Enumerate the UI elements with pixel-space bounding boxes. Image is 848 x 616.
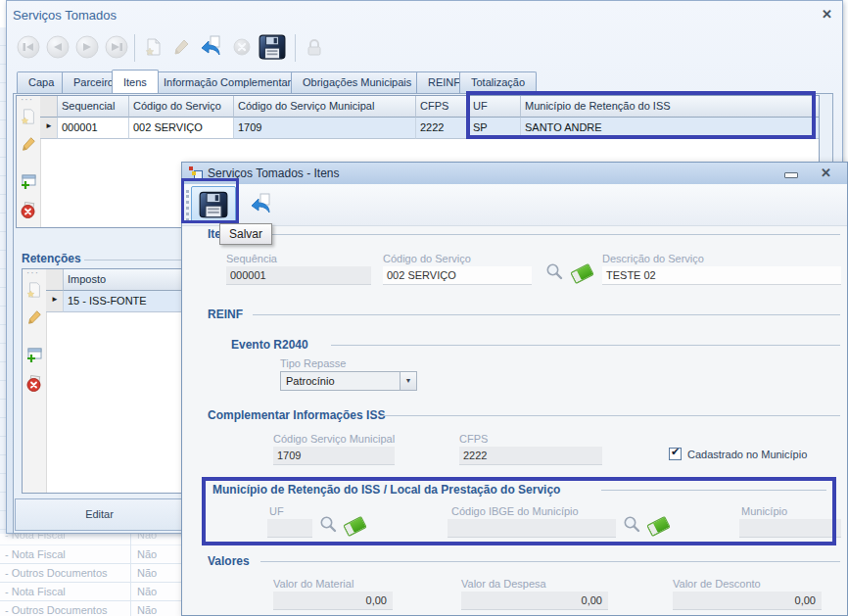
cell-codigo-servico-municipal[interactable]: 1709 <box>234 118 416 139</box>
pencil-icon <box>25 308 43 326</box>
grid-corner-cell <box>40 96 58 118</box>
insert-row-button[interactable] <box>20 172 37 190</box>
list-item[interactable]: - Nota Fiscal Não <box>0 583 184 601</box>
column-header-sequencial[interactable]: Sequencial <box>58 96 129 118</box>
nav-first-button[interactable] <box>15 32 42 62</box>
new-button[interactable] <box>140 32 167 62</box>
complementar-iss-group-label: Complementar Informações ISS <box>208 408 385 422</box>
pencil-icon <box>171 37 191 57</box>
tab-obrigacoes-municipais[interactable]: Obrigações Municipais <box>291 71 423 93</box>
cell-uf[interactable]: SP <box>469 118 521 139</box>
servicos-tomados-itens-dialog: Serviços Tomados - Itens ✕ Item Sequênci… <box>181 162 848 616</box>
undo-arrow-icon <box>248 193 273 216</box>
codigo-servico-municipal-label: Código Serviço Municipal <box>273 433 395 445</box>
dialog-save-button[interactable] <box>191 186 236 222</box>
save-button[interactable] <box>256 32 289 62</box>
delete-row-button[interactable] <box>25 375 43 393</box>
municipio-field[interactable] <box>739 519 841 538</box>
nav-last-button[interactable] <box>103 32 130 62</box>
tab-capa[interactable]: Capa <box>17 71 66 93</box>
edit-button[interactable] <box>167 32 195 62</box>
undo-button[interactable] <box>197 32 224 62</box>
column-header-cfps[interactable]: CFPS <box>416 96 469 118</box>
edit-row-button[interactable] <box>25 308 43 326</box>
codigo-ibge-field[interactable] <box>448 519 616 538</box>
tab-informacao-complementar[interactable]: Informação Complementar <box>152 71 303 93</box>
edit-row-button[interactable] <box>20 135 37 153</box>
items-grid-toolbar: ··· <box>17 96 41 227</box>
valor-material-field[interactable]: 0,00 <box>273 592 393 610</box>
lock-button[interactable] <box>301 32 328 62</box>
cell-codigo-servico[interactable]: 002 SERVIÇO <box>129 118 234 139</box>
pencil-icon <box>20 135 37 153</box>
dialog-title: Serviços Tomados - Itens <box>208 166 340 180</box>
descricao-servico-field[interactable]: TESTE 02 <box>602 266 841 285</box>
sequencia-field[interactable]: 000001 <box>226 266 371 285</box>
clear-eraser-icon[interactable] <box>570 263 594 284</box>
column-header-municipio-retencao[interactable]: Município de Retenção do ISS <box>521 96 819 118</box>
clear-eraser-icon[interactable] <box>343 516 367 537</box>
cancel-x-icon <box>232 37 252 57</box>
search-icon[interactable] <box>318 514 338 538</box>
clear-eraser-icon[interactable] <box>646 516 671 537</box>
codigo-servico-municipal-field[interactable]: 1709 <box>273 447 395 465</box>
delete-row-button[interactable] <box>20 202 37 219</box>
cancel-button[interactable] <box>228 32 256 62</box>
list-item[interactable]: - Outros Documentos Não <box>0 564 184 583</box>
list-item[interactable]: - Outros Documentos Não <box>0 601 184 616</box>
valor-despesa-field[interactable]: 0,00 <box>461 592 608 610</box>
sequencia-label: Sequência <box>226 253 277 264</box>
reinf-group-label: REINF <box>208 308 243 321</box>
close-icon[interactable]: ✕ <box>822 7 832 22</box>
add-row-button[interactable] <box>20 108 37 125</box>
save-diskette-icon <box>259 34 286 60</box>
valores-group-line <box>260 561 840 562</box>
insert-row-button[interactable] <box>25 346 43 363</box>
item-group-line <box>251 234 840 235</box>
municipio-retencao-group-label: Município de Retenção do ISS / Local da … <box>212 483 560 497</box>
tipo-repasse-combobox[interactable]: Patrocínio ▼ <box>280 371 417 391</box>
column-header-codigo-servico[interactable]: Código do Serviço <box>129 96 234 118</box>
checkbox-check-icon: ✔ <box>671 446 680 458</box>
descricao-servico-label: Descrição do Serviço <box>602 253 704 264</box>
tab-itens[interactable]: Itens <box>112 70 159 93</box>
tab-totalizacao[interactable]: Totalização <box>459 71 537 93</box>
column-header-uf[interactable]: UF <box>469 96 521 118</box>
editar-button[interactable]: Editar <box>15 498 184 531</box>
lock-icon <box>305 37 324 57</box>
add-row-button[interactable] <box>25 281 43 299</box>
delete-red-x-icon <box>25 375 43 393</box>
grid-corner-cell <box>46 269 64 291</box>
codigo-servico-field[interactable]: 002 SERVIÇO <box>383 266 532 285</box>
search-icon[interactable] <box>544 261 564 285</box>
editar-label: Editar <box>85 508 114 520</box>
cell-cfps[interactable]: 2222 <box>416 118 469 139</box>
add-window-plus-icon <box>20 172 37 190</box>
undo-arrow-icon <box>198 35 223 59</box>
cell-municipio-retencao[interactable]: SANTO ANDRE <box>521 118 819 139</box>
chevron-down-icon[interactable]: ▼ <box>400 372 416 390</box>
evento-r2040-group-label: Evento R2040 <box>231 338 308 352</box>
nav-prev-button[interactable] <box>44 32 71 62</box>
column-header-codigo-servico-municipal[interactable]: Código do Serviço Municipal <box>234 96 416 118</box>
valores-group-label: Valores <box>208 554 250 568</box>
valor-desconto-label: Valor de Desconto <box>673 578 761 590</box>
window-titlebar[interactable]: Serviços Tomados ✕ <box>7 1 842 28</box>
list-item[interactable]: - Nota Fiscal Não <box>0 534 184 545</box>
minimize-icon[interactable] <box>784 172 798 178</box>
tipo-repasse-label: Tipo Repasse <box>280 357 346 369</box>
window-title: Serviços Tomados <box>13 8 117 23</box>
uf-field[interactable] <box>267 519 312 538</box>
search-icon[interactable] <box>622 514 641 538</box>
nav-next-button[interactable] <box>73 32 101 62</box>
valor-despesa-label: Valor da Despesa <box>461 578 546 590</box>
cfps-field[interactable]: 2222 <box>459 447 602 465</box>
dialog-titlebar[interactable]: Serviços Tomados - Itens ✕ <box>182 163 847 185</box>
list-item[interactable]: - Nota Fiscal Não <box>0 545 184 564</box>
valor-desconto-field[interactable]: 0,00 <box>673 592 822 610</box>
dialog-undo-button[interactable] <box>244 189 277 220</box>
cadastrado-municipio-checkbox[interactable]: ✔ <box>669 448 682 460</box>
cell-sequencial[interactable]: 000001 <box>58 118 129 139</box>
close-icon[interactable]: ✕ <box>821 166 831 180</box>
evento-r2040-group-line <box>331 345 840 346</box>
